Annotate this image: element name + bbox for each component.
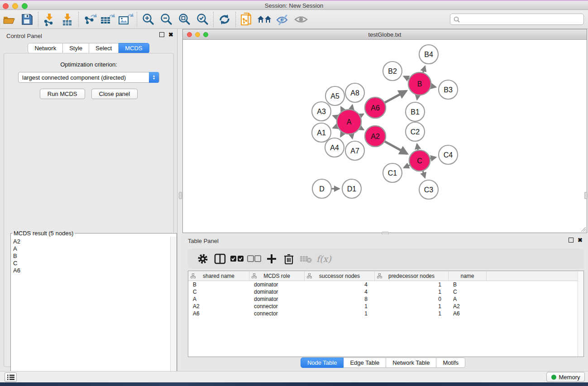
- resize-grip-icon[interactable]: [580, 226, 586, 232]
- table-tab-node-table[interactable]: Node Table: [301, 357, 344, 368]
- import-network-icon[interactable]: [40, 11, 58, 28]
- node-C1[interactable]: C1: [383, 163, 402, 182]
- cell-mcds-role[interactable]: dominator: [249, 288, 305, 295]
- cell-name[interactable]: A6: [449, 310, 487, 317]
- edge-B-B4[interactable]: [423, 67, 425, 72]
- split-table-icon[interactable]: [211, 251, 229, 267]
- cell-predecessor-nodes[interactable]: 1: [375, 310, 449, 317]
- first-neighbors-icon[interactable]: [256, 11, 274, 28]
- node-A5[interactable]: A5: [325, 86, 344, 105]
- column-header-mcds-role[interactable]: MCDS role: [249, 271, 305, 281]
- mcds-result-item[interactable]: A6: [13, 267, 177, 274]
- zoom-selected-icon[interactable]: [193, 11, 211, 28]
- add-column-icon[interactable]: [263, 251, 280, 267]
- node-A3[interactable]: A3: [312, 102, 331, 121]
- edge-A-A6[interactable]: [360, 114, 363, 116]
- zoom-fit-icon[interactable]: [175, 11, 193, 28]
- export-network-icon[interactable]: [81, 11, 99, 28]
- select-all-icon[interactable]: [229, 251, 246, 267]
- edge-B-B3[interactable]: [431, 86, 435, 87]
- run-mcds-button[interactable]: Run MCDS: [40, 89, 85, 99]
- node-A1[interactable]: A1: [312, 123, 331, 142]
- edge-C-C4[interactable]: [430, 157, 436, 159]
- edge-A2-C[interactable]: [385, 142, 407, 154]
- table-row[interactable]: A6connector11A6: [188, 310, 583, 317]
- splitter-handle[interactable]: [584, 192, 588, 199]
- table-scrollbar[interactable]: [578, 271, 583, 357]
- cell-successor-nodes[interactable]: 1: [305, 310, 375, 317]
- criterion-select[interactable]: largest connected component (directed) ▲…: [18, 72, 159, 83]
- node-A8[interactable]: A8: [345, 83, 364, 102]
- edge-A-A4[interactable]: [341, 133, 343, 136]
- column-header-name[interactable]: name: [449, 271, 487, 281]
- cell-mcds-role[interactable]: dominator: [249, 281, 305, 288]
- node-B1[interactable]: B1: [406, 102, 425, 121]
- node-A7[interactable]: A7: [345, 141, 364, 160]
- node-D1[interactable]: D1: [342, 179, 361, 198]
- zoom-in-icon[interactable]: [139, 11, 157, 28]
- task-history-button[interactable]: [5, 372, 17, 382]
- cell-successor-nodes[interactable]: 4: [305, 288, 375, 295]
- node-A2[interactable]: A2: [365, 126, 386, 147]
- cell-mcds-role[interactable]: connector: [249, 303, 305, 310]
- save-session-icon[interactable]: [18, 11, 36, 28]
- cell-name[interactable]: A2: [449, 303, 487, 310]
- node-B2[interactable]: B2: [383, 62, 402, 81]
- node-B3[interactable]: B3: [439, 80, 458, 99]
- cell-successor-nodes[interactable]: 1: [305, 303, 375, 310]
- cell-predecessor-nodes[interactable]: 1: [375, 281, 449, 288]
- settings-gear-icon[interactable]: [194, 251, 211, 267]
- node-C[interactable]: C: [409, 150, 430, 171]
- edge-A-A8[interactable]: [352, 105, 353, 109]
- edge-A-A3[interactable]: [333, 116, 337, 117]
- mcds-result-item[interactable]: A2: [13, 238, 177, 245]
- cell-name[interactable]: A: [449, 295, 487, 303]
- node-B[interactable]: B: [408, 72, 431, 95]
- float-table-panel-icon[interactable]: [569, 238, 574, 243]
- close-panel-button[interactable]: Close panel: [91, 89, 138, 99]
- zoom-out-icon[interactable]: [157, 11, 175, 28]
- node-A6[interactable]: A6: [365, 97, 386, 118]
- delete-table-icon[interactable]: [297, 251, 315, 267]
- function-builder-icon[interactable]: f(x): [316, 254, 331, 264]
- close-table-panel-icon[interactable]: ✖: [578, 238, 583, 243]
- close-panel-icon[interactable]: ✖: [168, 32, 173, 37]
- memory-button[interactable]: Memory: [546, 372, 585, 382]
- edge-C-C3[interactable]: [423, 171, 425, 177]
- search-input[interactable]: [460, 15, 583, 24]
- node-B4[interactable]: B4: [419, 45, 438, 64]
- unselect-all-icon[interactable]: [246, 251, 263, 267]
- edge-A-A5[interactable]: [341, 107, 343, 111]
- export-image-icon[interactable]: [117, 11, 135, 28]
- mcds-result-item[interactable]: A: [13, 245, 177, 253]
- node-A4[interactable]: A4: [325, 138, 344, 157]
- network-window-titlebar[interactable]: testGlobe.txt: [183, 29, 587, 40]
- edge-C-C2[interactable]: [417, 144, 418, 150]
- table-row[interactable]: Adominator80A: [188, 295, 583, 303]
- export-table-icon[interactable]: [99, 11, 117, 28]
- new-network-from-selection-icon[interactable]: [238, 11, 256, 28]
- network-canvas[interactable]: B4B2BB3B1A5A8A6A3AA1C2A4A7A2CC4C1C3DD1: [183, 40, 587, 233]
- mcds-result-item[interactable]: B: [13, 253, 177, 260]
- splitter-handle[interactable]: [179, 192, 182, 199]
- edge-C-C1[interactable]: [404, 165, 410, 168]
- column-header-shared-name[interactable]: shared name: [188, 271, 249, 281]
- mcds-result-item[interactable]: C: [13, 260, 177, 267]
- hide-selected-icon[interactable]: [274, 11, 292, 28]
- cell-name[interactable]: C: [449, 288, 487, 295]
- table-tab-motifs[interactable]: Motifs: [436, 357, 465, 368]
- table-row[interactable]: Bdominator41B: [188, 281, 583, 288]
- tab-style[interactable]: Style: [63, 43, 89, 53]
- node-C2[interactable]: C2: [406, 122, 425, 141]
- cell-shared-name[interactable]: B: [188, 281, 249, 288]
- edge-A6-B[interactable]: [385, 91, 406, 103]
- result-list-scrollbar[interactable]: [170, 237, 177, 384]
- cell-predecessor-nodes[interactable]: 1: [375, 288, 449, 295]
- import-table-icon[interactable]: [58, 11, 76, 28]
- column-header-successor-nodes[interactable]: successor nodes: [305, 271, 375, 281]
- network-graph[interactable]: B4B2BB3B1A5A8A6A3AA1C2A4A7A2CC4C1C3DD1: [183, 40, 587, 233]
- cell-predecessor-nodes[interactable]: 0: [375, 295, 449, 303]
- open-file-icon[interactable]: [0, 11, 18, 28]
- cell-shared-name[interactable]: C: [188, 288, 249, 295]
- table-tab-edge-table[interactable]: Edge Table: [344, 357, 386, 368]
